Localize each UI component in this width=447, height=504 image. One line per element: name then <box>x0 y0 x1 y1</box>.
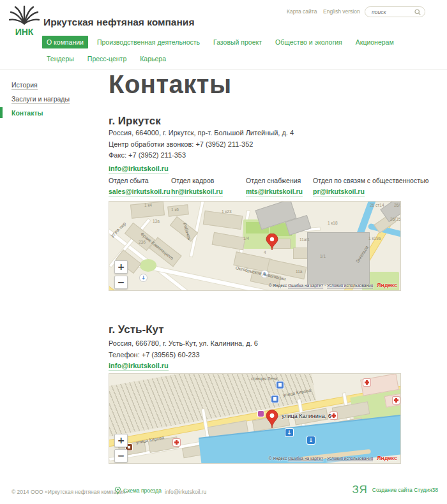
terms-link[interactable]: Условия использования <box>327 283 373 288</box>
department-supply: Отдел снабжения mts@irkutskoil.ru <box>246 177 303 196</box>
irkutsk-address: Россия, 664000, г. Иркутск, пр-т. Большо… <box>109 128 294 161</box>
irkutsk-map[interactable]: ↓ ↓ УГРА пер Франк-Каменецкого Рабочая О… <box>109 201 401 291</box>
yandex-logo[interactable]: Яндекс <box>377 455 397 461</box>
sidebar-item-label: Контакты <box>11 109 43 117</box>
nav-item-production[interactable]: Производственная деятельность <box>93 36 204 48</box>
hospital-icon <box>363 379 370 386</box>
building-label: 13а <box>153 219 160 223</box>
map-pin-icon <box>266 233 278 251</box>
nav-item-career[interactable]: Карьера <box>135 52 170 65</box>
search-input[interactable] <box>370 8 418 16</box>
nav-item-press-center[interactable]: Пресс-центр <box>83 52 131 65</box>
department-email-link[interactable]: hr@irkutskoil.ru <box>171 188 223 196</box>
hospital-icon <box>393 397 400 404</box>
header-divider <box>0 69 447 70</box>
building-label: 23б <box>139 240 146 244</box>
building-label: 4 <box>264 250 266 255</box>
zoom-in-button[interactable]: + <box>114 434 128 447</box>
ustkut-email-link[interactable]: info@irkutskoil.ru <box>109 362 169 371</box>
address-line: Россия, 666780, г. Усть-Кут, ул. Калинин… <box>109 338 258 350</box>
building-label: 1 к23 <box>222 209 232 214</box>
attr-separator: · <box>324 283 326 288</box>
sidebar-item-awards[interactable]: Заслуги и награды <box>11 95 70 103</box>
nav-item-about[interactable]: О компании <box>42 36 88 48</box>
studio-credit-label: Создание сайта Студия38 <box>372 487 438 493</box>
address-line: Факс: +7 (3952) 211-353 <box>109 150 294 161</box>
report-error-link[interactable]: Ошибка на карте? <box>288 283 323 288</box>
route-link-label: Схема проезда <box>123 487 162 494</box>
sidebar-active-marker <box>0 107 3 118</box>
quay-icon: ↓ <box>285 429 293 436</box>
railway-station-icon <box>271 396 278 403</box>
street-label: станция Лена <box>251 376 277 381</box>
yandex-logo[interactable]: Яндекс <box>377 282 397 288</box>
building-label: 1/1 <box>320 254 326 258</box>
map-copyright: © Яндекс <box>269 283 287 288</box>
department-hr: Отдел кадров hr@irkutskoil.ru <box>171 177 223 196</box>
sidebar-item-label: История <box>11 81 38 90</box>
irkutsk-email-link[interactable]: info@irkutskoil.ru <box>109 165 169 174</box>
studio38-logo-icon: ЗЯ <box>352 484 367 496</box>
department-label: Отдел кадров <box>171 177 223 184</box>
department-email-link[interactable]: pr@irkutskoil.ru <box>313 188 365 196</box>
building-label: 1 к4 <box>144 203 152 207</box>
sidebar-item-contacts[interactable]: Контакты <box>11 109 43 117</box>
irkutsk-heading: г. Иркутск <box>109 115 161 128</box>
nav-item-tenders[interactable]: Тендеры <box>42 52 79 65</box>
department-label: Отдел снабжения <box>246 177 303 184</box>
building-label: 26/35 <box>390 217 400 221</box>
footer-copyright: © 2014 ООО «Иркутская нефтяная компания» <box>11 489 128 495</box>
map-copyright: © Яндекс <box>269 456 287 461</box>
terms-link[interactable]: Условия использования <box>327 456 373 461</box>
map-pin-icon <box>266 410 278 429</box>
marker-label: улица Калинина, 6 <box>282 413 331 419</box>
sidebar-item-history[interactable]: История <box>11 81 38 89</box>
nav-item-society-ecology[interactable]: Общество и экология <box>271 36 347 48</box>
attr-separator: · <box>324 456 326 461</box>
report-error-link[interactable]: Ошибка на карте? <box>288 456 323 461</box>
zoom-out-button[interactable]: − <box>114 449 128 463</box>
building-label: 26/12 <box>394 203 401 207</box>
address-line: Россия, 664000, г. Иркутск, пр-т. Большо… <box>109 128 294 139</box>
nav-item-gas-project[interactable]: Газовый проект <box>209 36 266 48</box>
map-attribution: © Яндекс Ошибка на карте? · Условия испо… <box>269 282 397 288</box>
hospital-icon <box>173 439 180 446</box>
building-label: 11а/1 <box>299 237 310 242</box>
search-icon[interactable] <box>414 9 421 15</box>
building-label: 11а <box>296 269 302 274</box>
zoom-out-button[interactable]: − <box>114 276 128 289</box>
transit-icon: ↓ <box>140 274 147 281</box>
zoom-in-button[interactable]: + <box>114 260 128 274</box>
footer-email-link[interactable]: info@irkutskoil.ru <box>165 489 206 495</box>
map-pin-icon <box>115 487 121 494</box>
address-line: Телефон: +7 (39565) 60-233 <box>109 350 258 361</box>
search-box <box>365 6 425 17</box>
building-label: 1/4 <box>243 236 249 241</box>
logo-text: ИНК <box>15 27 34 37</box>
site-title: Иркутская нефтяная компания <box>43 17 194 28</box>
english-version-link[interactable]: English version <box>323 8 360 15</box>
studio-credit[interactable]: ЗЯ Создание сайта Студия38 <box>352 484 438 496</box>
park <box>140 259 156 272</box>
page-title: Контакты <box>109 70 232 99</box>
nav-item-shareholders[interactable]: Акционерам <box>351 36 398 48</box>
department-email-link[interactable]: sales@irkutskoil.ru <box>109 188 170 196</box>
department-email-link[interactable]: mts@irkutskoil.ru <box>246 188 303 196</box>
sidebar-item-label: Заслуги и награды <box>11 95 70 104</box>
ustkut-address: Россия, 666780, г. Усть-Кут, ул. Калинин… <box>109 338 258 360</box>
address-line: Центр обработки звонков: +7 (3952) 211-3… <box>109 139 294 151</box>
route-link[interactable]: Схема проезда <box>115 487 162 494</box>
page: ИНК Иркутская нефтяная компания Карта са… <box>0 0 447 504</box>
department-pr: Отдел по связям с общественностью pr@irk… <box>313 177 428 196</box>
map-building <box>212 232 246 250</box>
building-label: 1 к18 <box>328 221 338 225</box>
building-label: 26 ст14 <box>370 203 384 207</box>
company-logo[interactable]: ИНК <box>9 4 41 40</box>
sitemap-link[interactable]: Карта сайта <box>287 8 317 15</box>
building-label: 1 к19а <box>368 236 381 241</box>
railway-station-icon <box>277 382 284 389</box>
main-nav: О компании Производственная деятельность… <box>42 36 432 65</box>
map-attribution: © Яндекс Ошибка на карте? · Условия испо… <box>269 455 397 461</box>
ustkut-map[interactable]: станция Лена ↓ ↓ улица Кирова улица Киро… <box>109 373 401 464</box>
ustkut-heading: г. Усть-Кут <box>109 323 164 336</box>
